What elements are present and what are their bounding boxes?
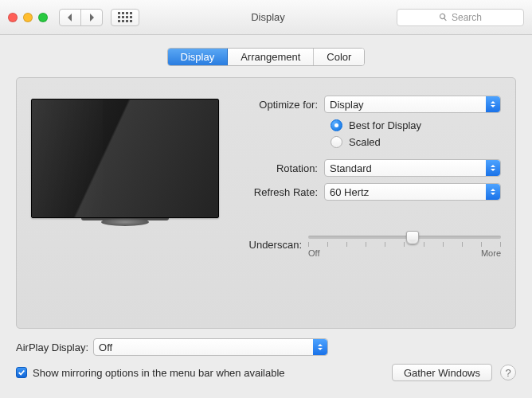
main-area: Display Arrangement Color Optimize for: … [0,35,532,329]
search-placeholder: Search [452,12,482,23]
mirroring-checkbox[interactable] [16,367,27,378]
zoom-window-button[interactable] [38,13,48,22]
show-all-button[interactable] [111,9,139,26]
stepper-icon [486,96,500,112]
tab-bar: Display Arrangement Color [16,48,516,66]
slider-thumb-icon[interactable] [406,231,419,244]
airplay-display-value: Off [99,341,112,353]
help-icon: ? [505,367,510,379]
underscan-min-label: Off [308,248,319,258]
settings-form: Optimize for: Display Best for Display S… [237,96,501,207]
resolution-radio-scaled[interactable]: Scaled [331,136,501,148]
checkmark-icon [18,369,25,377]
back-button[interactable] [59,9,81,26]
settings-panel: Optimize for: Display Best for Display S… [16,77,516,329]
footer: AirPlay Display: Off Show mirroring opti… [0,329,532,392]
minimize-window-button[interactable] [23,13,33,22]
help-button[interactable]: ? [500,365,516,380]
refresh-rate-label: Refresh Rate: [237,186,324,198]
optimize-for-label: Optimize for: [237,99,324,111]
underscan-slider[interactable]: Off More [308,231,501,258]
close-window-button[interactable] [8,13,18,22]
refresh-rate-value: 60 Hertz [330,186,369,198]
stepper-icon [486,184,500,200]
apps-grid-icon [118,12,132,22]
tab-color[interactable]: Color [314,49,364,65]
rotation-select[interactable]: Standard [324,159,501,177]
rotation-value: Standard [330,162,372,174]
gather-windows-button[interactable]: Gather Windows [392,364,492,381]
window-controls [8,13,48,22]
titlebar: Display Search [0,0,532,35]
window-title: Display [147,11,389,23]
best-for-display-label: Best for Display [349,119,421,131]
rotation-label: Rotation: [237,162,324,174]
stepper-icon [486,160,500,176]
airplay-display-label: AirPlay Display: [16,341,88,353]
forward-button[interactable] [80,9,103,26]
radio-selected-icon [331,119,342,131]
radio-unselected-icon [331,136,342,148]
resolution-radio-best[interactable]: Best for Display [331,119,501,131]
optimize-for-value: Display [330,99,364,111]
search-icon [439,13,448,21]
refresh-rate-select[interactable]: 60 Hertz [324,183,501,201]
airplay-display-select[interactable]: Off [93,338,328,356]
nav-buttons [59,9,103,26]
scaled-label: Scaled [349,136,381,148]
underscan-max-label: More [481,248,501,258]
tab-arrangement[interactable]: Arrangement [228,49,314,65]
stepper-icon [313,339,327,355]
optimize-for-select[interactable]: Display [324,96,501,113]
display-preview [31,99,219,226]
monitor-screen-icon [31,99,219,218]
search-field[interactable]: Search [397,9,524,26]
underscan-label: Underscan: [31,239,308,251]
tab-display[interactable]: Display [168,49,229,65]
mirroring-checkbox-label: Show mirroring options in the menu bar w… [33,367,285,379]
